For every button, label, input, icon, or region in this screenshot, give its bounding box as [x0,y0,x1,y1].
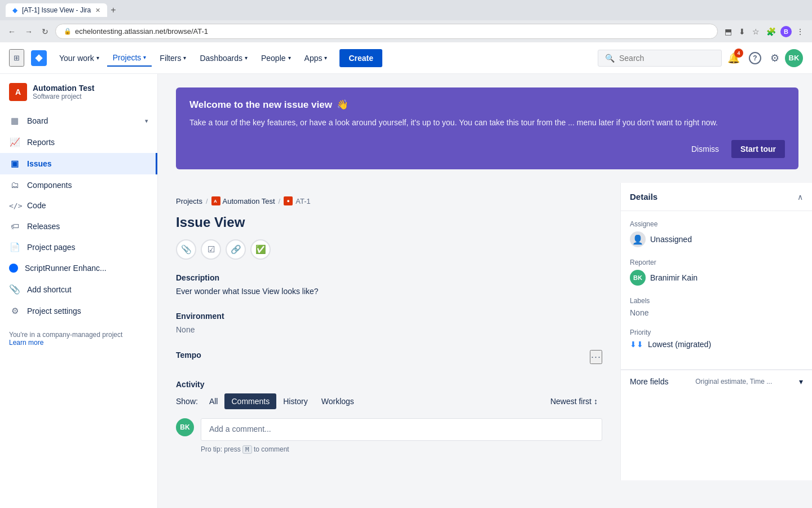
sidebar: A Automation Test Software project ▦ Boa… [0,74,158,508]
project-header: A Automation Test Software project [0,74,157,106]
learn-more-link[interactable]: Learn more [9,339,43,347]
forward-button[interactable]: → [23,26,35,37]
settings-button[interactable]: ⚙ [767,49,783,68]
sidebar-item-code[interactable]: </> Code [0,195,157,216]
components-icon: 🗂 [9,180,20,190]
environment-value: None [176,325,602,334]
welcome-body: Take a tour of the key features, or have… [189,116,785,129]
comment-input[interactable]: Add a comment... [201,418,602,441]
activity-tab-comments[interactable]: Comments [224,393,276,409]
priority-field: Priority ⬇⬇ Lowest (migrated) [630,329,803,349]
sidebar-label-project-settings: Project settings [27,306,81,316]
download-button[interactable]: ⬇ [736,26,748,37]
breadcrumb-projects[interactable]: Projects [176,197,202,205]
breadcrumb-separator: / [206,197,208,205]
sidebar-item-add-shortcut[interactable]: 📎 Add shortcut [0,278,157,300]
link-button[interactable]: 🔗 [226,239,246,260]
tab-close-button[interactable]: ✕ [95,7,100,14]
labels-value: None [630,308,803,317]
jira-logo[interactable] [31,50,47,66]
search-input[interactable] [619,54,714,63]
code-icon: </> [9,202,20,210]
chevron-down-icon: ▾ [183,55,186,61]
sidebar-item-reports[interactable]: 📈 Reports [0,132,157,153]
welcome-actions: Dismiss Start tour [189,140,785,158]
dismiss-button[interactable]: Dismiss [686,141,725,157]
sidebar-item-scriptrunner[interactable]: ScriptRunner Enhanc... [0,258,157,278]
notifications-button[interactable]: 🔔 4 [724,49,743,68]
activity-tab-worklogs[interactable]: Worklogs [315,393,361,409]
menu-button[interactable]: ⋮ [794,26,806,37]
sidebar-label-scriptrunner: ScriptRunner Enhanc... [25,264,107,273]
sidebar-label-project-pages: Project pages [27,243,76,252]
sidebar-item-components[interactable]: 🗂 Components [0,174,157,195]
extensions-button[interactable]: 🧩 [764,26,778,37]
grid-icon[interactable]: ⊞ [9,49,24,67]
commenter-avatar: BK [176,418,194,436]
search-bar[interactable]: 🔍 [598,50,722,67]
help-button[interactable]: ? [745,48,765,68]
activity-tab-all[interactable]: All [202,393,225,409]
nav-projects[interactable]: Projects ▾ [107,50,152,67]
sidebar-label-issues: Issues [27,159,52,168]
new-tab-button[interactable]: + [107,5,119,15]
chevron-down-icon: ▾ [245,55,248,61]
cast-button[interactable]: ⬒ [722,26,734,37]
reporter-label: Reporter [630,259,803,266]
board-icon: ▦ [9,116,20,126]
nav-your-work[interactable]: Your work ▾ [54,50,105,66]
activity-tab-history[interactable]: History [276,393,315,409]
sidebar-nav: ▦ Board ▾ 📈 Reports ▣ Issues 🗂 Component… [0,110,157,322]
attach-button[interactable]: 📎 [176,239,196,260]
user-avatar[interactable]: BK [785,49,803,67]
action-icons: 📎 ☑ 🔗 ✅ [176,239,602,260]
breadcrumb-project-name[interactable]: A Automation Test [211,196,275,205]
description-text: Ever wonder what Issue View looks like? [176,287,602,296]
start-tour-button[interactable]: Start tour [731,140,785,158]
more-fields-hint: Original estimate, Time ... [695,378,772,386]
back-button[interactable]: ← [6,26,18,37]
create-button[interactable]: Create [339,49,382,67]
sort-button[interactable]: Newest first ↕ [546,393,602,409]
add-shortcut-icon: 📎 [9,284,20,295]
project-breadcrumb-icon: A [211,196,220,205]
sort-icon: ↕ [594,397,598,406]
nav-dashboards[interactable]: Dashboards ▾ [194,50,253,66]
sidebar-item-releases[interactable]: 🏷 Releases [0,216,157,237]
checklist-button[interactable]: ☑ [201,239,221,260]
sidebar-item-board[interactable]: ▦ Board ▾ [0,110,157,132]
nav-filters[interactable]: Filters ▾ [154,50,192,66]
priority-icon: ⬇⬇ [630,340,643,349]
breadcrumb-separator-2: / [279,197,281,205]
bookmark-button[interactable]: ☆ [750,26,762,37]
tempo-more-button[interactable]: ··· [590,350,602,364]
breadcrumb: Projects / A Automation Test / ● AT-1 [176,196,602,205]
activity-label: Activity [176,380,602,389]
url-bar[interactable]: 🔒 echelontesting.atlassian.net/browse/AT… [55,24,718,39]
browser-tab[interactable]: ◆ [AT-1] Issue View - Jira ✕ [6,3,107,17]
more-fields-section[interactable]: More fields Original estimate, Time ... … [621,370,812,393]
issue-title: Issue View [176,214,602,230]
url-text: echelontesting.atlassian.net/browse/AT-1 [75,27,208,36]
refresh-button[interactable]: ↻ [39,26,51,37]
nav-apps[interactable]: Apps ▾ [299,50,333,66]
chevron-down-icon: ▾ [145,117,148,125]
mark-done-button[interactable]: ✅ [250,239,271,260]
sidebar-item-issues[interactable]: ▣ Issues [0,153,157,174]
project-icon: A [9,83,27,101]
comment-area: BK Add a comment... [176,418,602,441]
details-panel: Assignee 👤 Unassigned Reporter BK Branim… [621,211,812,369]
sidebar-item-project-settings[interactable]: ⚙ Project settings [0,300,157,322]
sidebar-item-project-pages[interactable]: 📄 Project pages [0,237,157,258]
details-toggle-button[interactable]: ∧ [797,192,803,202]
tab-title: [AT-1] Issue View - Jira [22,6,91,14]
scriptrunner-icon [9,264,18,273]
project-info: Automation Test Software project [33,84,94,100]
issues-icon: ▣ [9,159,20,169]
chevron-down-icon: ▾ [143,54,146,60]
chevron-down-icon: ▾ [96,55,99,61]
issue-sidebar: Details ∧ Assignee 👤 Unassigned Report [620,183,812,480]
nav-people[interactable]: People ▾ [255,50,297,66]
releases-icon: 🏷 [9,221,20,231]
profile-icon[interactable]: B [780,26,792,37]
